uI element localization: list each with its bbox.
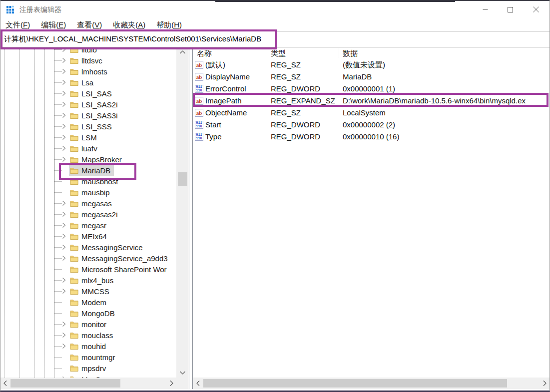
scroll-down-icon[interactable]	[176, 368, 189, 378]
folder-icon	[70, 365, 78, 372]
table-row[interactable]: 011110 Start REG_DWORD 0x00000002 (2)	[193, 119, 550, 131]
folder-icon	[70, 299, 78, 306]
chevron-right-icon[interactable]	[61, 134, 67, 140]
chevron-right-icon[interactable]	[61, 321, 67, 327]
value-type: REG_EXPAND_SZ	[271, 96, 335, 105]
menu-item-v[interactable]: 查看(V)	[77, 20, 102, 30]
minimize-button[interactable]	[473, 1, 498, 18]
tree-connector	[54, 170, 62, 171]
folder-icon	[70, 310, 78, 317]
scroll-left-icon[interactable]	[193, 378, 203, 389]
tree-item[interactable]: mlx4_bus	[0, 275, 176, 286]
tree-item[interactable]: LSI_SAS2i	[0, 99, 176, 110]
table-row[interactable]: ab (默认) REG_SZ (数值未设置)	[193, 59, 550, 71]
column-header-name[interactable]: 名称	[197, 49, 212, 58]
tree-item[interactable]: lltdio	[0, 47, 176, 55]
chevron-right-icon[interactable]	[61, 68, 67, 74]
tree-item[interactable]: megasas	[0, 198, 176, 209]
address-bar-input[interactable]: 计算机\HKEY_LOCAL_MACHINE\SYSTEM\ControlSet…	[0, 31, 550, 47]
chevron-right-icon[interactable]	[61, 200, 67, 206]
chevron-right-icon[interactable]	[61, 233, 67, 239]
chevron-right-icon[interactable]	[61, 222, 67, 228]
list-header: 名称 类型 数据	[193, 47, 550, 59]
tree-item-label: MariaDB	[81, 166, 110, 175]
menu-item-a[interactable]: 收藏夹(A)	[113, 20, 145, 30]
tree-item-label: MapsBroker	[81, 155, 122, 164]
value-name: DisplayName	[205, 72, 250, 81]
folder-icon	[70, 354, 78, 361]
list-horizontal-scrollbar[interactable]	[193, 378, 550, 389]
chevron-right-icon[interactable]	[61, 123, 67, 129]
tree-item[interactable]: luafv	[0, 143, 176, 154]
tree-item[interactable]: lmhosts	[0, 66, 176, 77]
menu-item-f[interactable]: 文件(F)	[5, 20, 30, 30]
chevron-right-icon[interactable]	[61, 156, 67, 162]
column-separator[interactable]	[339, 48, 339, 58]
chevron-right-icon[interactable]	[61, 90, 67, 96]
value-name: ErrorControl	[205, 84, 246, 93]
tree-item[interactable]: mouclass	[0, 330, 176, 341]
column-header-data[interactable]: 数据	[343, 49, 358, 58]
table-row[interactable]: ab ImagePath REG_EXPAND_SZ D:\work\Maria…	[193, 95, 550, 107]
tree-item-label: Microsoft SharePoint Wor	[81, 265, 167, 274]
tree-vertical-scrollbar[interactable]	[176, 47, 189, 378]
chevron-right-icon[interactable]	[61, 244, 67, 250]
tree-horizontal-scrollbar[interactable]	[0, 378, 176, 389]
tree-item[interactable]: Modem	[0, 297, 176, 308]
tree-item[interactable]: MapsBroker	[0, 154, 176, 165]
chevron-right-icon[interactable]	[61, 277, 67, 283]
tree-item[interactable]: mpsdrv	[0, 363, 176, 374]
close-button[interactable]	[524, 1, 549, 18]
tree-item[interactable]: mausbhost	[0, 176, 176, 187]
tree-item[interactable]: monitor	[0, 319, 176, 330]
tree-item[interactable]: LSI_SSS	[0, 121, 176, 132]
chevron-right-icon[interactable]	[61, 343, 67, 349]
tree-item[interactable]: MMCSS	[0, 286, 176, 297]
chevron-right-icon[interactable]	[61, 211, 67, 217]
chevron-right-icon[interactable]	[61, 79, 67, 85]
tree-item[interactable]: mouhid	[0, 341, 176, 352]
tree-item[interactable]: MpsSvc	[0, 374, 176, 378]
tree-item[interactable]: MariaDB	[0, 165, 176, 176]
tree-item[interactable]: MongoDB	[0, 308, 176, 319]
scroll-right-icon[interactable]	[540, 378, 550, 389]
list-horizontal-scroll-thumb[interactable]	[203, 379, 507, 388]
chevron-right-icon[interactable]	[61, 47, 67, 52]
scroll-right-icon[interactable]	[167, 378, 176, 389]
table-row[interactable]: ab ObjectName REG_SZ LocalSystem	[193, 107, 550, 119]
tree-vertical-scroll-thumb[interactable]	[178, 172, 187, 186]
chevron-right-icon[interactable]	[61, 101, 67, 107]
chevron-right-icon[interactable]	[61, 145, 67, 151]
tree-item[interactable]: lltdsvc	[0, 55, 176, 66]
tree-item[interactable]: MEIx64	[0, 231, 176, 242]
tree-item[interactable]: megasr	[0, 220, 176, 231]
table-row[interactable]: ab DisplayName REG_SZ MariaDB	[193, 71, 550, 83]
scroll-left-icon[interactable]	[0, 378, 10, 389]
menu-item-e[interactable]: 编辑(E)	[41, 20, 66, 30]
tree-item[interactable]: Microsoft SharePoint Wor	[0, 264, 176, 275]
tree-item[interactable]: LSM	[0, 132, 176, 143]
tree-connector	[54, 269, 62, 270]
column-separator[interactable]	[267, 48, 267, 58]
chevron-right-icon[interactable]	[61, 255, 67, 261]
tree-item[interactable]: MessagingService_a9dd3	[0, 253, 176, 264]
tree-item[interactable]: MessagingService	[0, 242, 176, 253]
table-row[interactable]: 011110 Type REG_DWORD 0x00000010 (16)	[193, 131, 550, 143]
chevron-right-icon[interactable]	[61, 332, 67, 338]
menu-item-h[interactable]: 帮助(H)	[156, 20, 182, 30]
tree-horizontal-scroll-thumb[interactable]	[10, 379, 120, 388]
column-header-type[interactable]: 类型	[271, 49, 286, 58]
table-row[interactable]: 011110 ErrorControl REG_DWORD 0x00000001…	[193, 83, 550, 95]
tree-item[interactable]: LSI_SAS3i	[0, 110, 176, 121]
tree-item[interactable]: mountmgr	[0, 352, 176, 363]
tree-item-label: LSI_SSS	[81, 122, 112, 131]
tree-item[interactable]: megasas2i	[0, 209, 176, 220]
chevron-right-icon[interactable]	[61, 288, 67, 294]
tree-item[interactable]: LSI_SAS	[0, 88, 176, 99]
chevron-right-icon[interactable]	[61, 57, 67, 63]
chevron-right-icon[interactable]	[61, 112, 67, 118]
maximize-button[interactable]	[498, 1, 523, 18]
tree-item[interactable]: mausbip	[0, 187, 176, 198]
tree-item[interactable]: Lsa	[0, 77, 176, 88]
scroll-up-icon[interactable]	[176, 47, 189, 57]
